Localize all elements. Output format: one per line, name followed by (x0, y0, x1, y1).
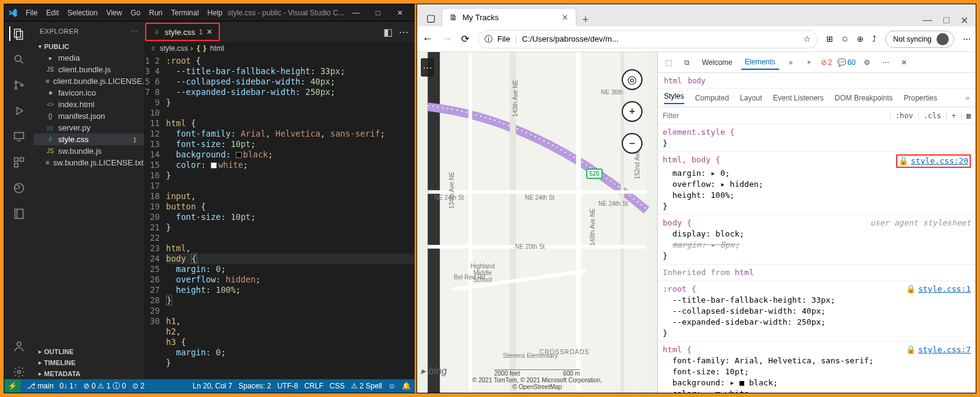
url-bar[interactable]: ⓘ File | C:/Users/pabrosse/dev/m... ☆ (478, 30, 818, 48)
split-editor-icon[interactable]: ◧ (383, 26, 393, 38)
cls-toggle[interactable]: .cls (918, 112, 946, 120)
file-client-bundle-js-LICENSE-txt[interactable]: ≡client.bundle.js.LICENSE.txt (34, 75, 144, 87)
locate-button[interactable]: ◎ (622, 69, 643, 90)
spaces[interactable]: Spaces: 2 (238, 382, 271, 390)
pane-styles[interactable]: Styles (664, 92, 684, 104)
tab-elements[interactable]: Elements (741, 55, 779, 70)
tab-close-icon[interactable]: ✕ (562, 13, 568, 22)
menu-file[interactable]: File (26, 9, 37, 17)
book-icon[interactable] (12, 206, 26, 221)
tab-close-icon[interactable]: ✕ (206, 28, 213, 36)
pane-dombp[interactable]: DOM Breakpoints (835, 94, 893, 102)
hov-toggle[interactable]: :hov (890, 112, 918, 120)
encoding[interactable]: UTF-8 (277, 382, 298, 390)
styles-rules[interactable]: element.style {}html, body {🔒 style.css:… (658, 124, 976, 393)
close-button[interactable]: ✕ (389, 9, 411, 17)
extensions-icon[interactable]: ⊞ (826, 34, 833, 43)
feedback-icon[interactable]: ☺ (388, 382, 396, 390)
pane-events[interactable]: Event Listeners (773, 94, 824, 102)
close-devtools-icon[interactable]: ✕ (897, 58, 911, 67)
pane-layout[interactable]: Layout (740, 94, 762, 102)
ports[interactable]: ⊙ 2 (132, 382, 145, 390)
cursor-pos[interactable]: Ln 20, Col 7 (193, 382, 233, 390)
eol[interactable]: CRLF (304, 382, 323, 390)
file-server-py[interactable]: pyserver.py (34, 122, 144, 134)
tab-welcome[interactable]: Welcome (698, 56, 736, 69)
more-tabs-icon[interactable]: » (784, 58, 797, 67)
gear-icon[interactable]: ⚙ (861, 58, 874, 67)
map-menu-icon[interactable]: ⋯ (421, 58, 434, 77)
favorites-icon[interactable]: ☆ (804, 34, 811, 43)
filter-input[interactable] (658, 112, 890, 120)
minimize-button[interactable]: — (922, 15, 932, 26)
menu-run[interactable]: Run (149, 9, 162, 17)
outline-section[interactable]: OUTLINE (34, 346, 144, 357)
problems[interactable]: ⊘ 0 ⚠ 1 ⓘ 0 (83, 381, 126, 391)
remote-indicator[interactable]: ⚡ (4, 379, 21, 393)
menu-edit[interactable]: Edit (46, 9, 59, 17)
info-icon[interactable]: ⓘ (484, 34, 492, 45)
inspect-icon[interactable]: ⬚ (662, 58, 675, 67)
bell-icon[interactable]: 🔔 (402, 382, 411, 390)
maximize-button[interactable]: □ (367, 9, 389, 17)
file-index-html[interactable]: <>index.html (34, 99, 144, 110)
folder-header[interactable]: PUBLIC (34, 41, 144, 52)
menu-go[interactable]: Go (130, 9, 140, 17)
pane-props[interactable]: Properties (904, 94, 938, 102)
layout-icon[interactable]: ▦ (961, 112, 976, 120)
timeline-section[interactable]: TIMELINE (34, 357, 144, 368)
file-client-bundle-js[interactable]: JSclient.bundle.js (34, 64, 144, 75)
file-sw-bundle-js[interactable]: JSsw.bundle.js (34, 145, 144, 157)
more-panes-icon[interactable]: » (965, 94, 970, 102)
breadcrumbs[interactable]: # style.css › ❴❵ html (144, 42, 415, 55)
dom-breadcrumb[interactable]: html body (658, 73, 976, 89)
menu-selection[interactable]: Selection (67, 9, 97, 17)
account-icon[interactable] (12, 339, 26, 354)
forward-button[interactable]: → (442, 32, 453, 45)
favorites-bar-icon[interactable]: ✩ (842, 34, 848, 43)
collections-icon[interactable]: ⊕ (857, 34, 864, 43)
share-icon[interactable]: ⤴ (872, 34, 876, 43)
zoom-in-button[interactable]: + (622, 101, 643, 122)
gear-icon[interactable] (12, 365, 26, 379)
pane-computed[interactable]: Computed (695, 94, 729, 102)
browser-tab[interactable]: 🗎 My Tracks ✕ (442, 8, 576, 26)
file-style-css[interactable]: #style.css1 (34, 134, 144, 145)
zoom-out-button[interactable]: − (622, 133, 643, 154)
more-icon[interactable]: ⋯ (879, 58, 892, 67)
file-favicon-ico[interactable]: ★favicon.ico (34, 87, 144, 99)
map-pane[interactable]: ⋯ 520 140th Ave NE 134th Ave NE 148th Av… (417, 52, 657, 393)
file-media[interactable]: ▸media (34, 52, 144, 64)
metadata-section[interactable]: METADATA (34, 368, 144, 379)
debug-icon[interactable] (12, 104, 26, 118)
spell[interactable]: ⚠ 2 Spell (351, 382, 382, 390)
menu-terminal[interactable]: Terminal (171, 9, 198, 17)
code-area[interactable]: 1 2 3 4 5 6 7 8 9 10 11 12 13 14 15 16 1… (144, 55, 415, 379)
sync-pill[interactable]: Not syncing (885, 31, 954, 48)
new-rule-icon[interactable]: + (946, 112, 961, 120)
more-icon[interactable]: ⋯ (963, 34, 971, 43)
reload-button[interactable]: ⟳ (461, 33, 469, 45)
sync[interactable]: 0↓ 1↑ (59, 382, 77, 390)
more-icon[interactable]: ⋯ (399, 26, 409, 38)
maximize-button[interactable]: □ (943, 15, 949, 26)
file-sw-bundle-js-LICENSE-txt[interactable]: ≡sw.bundle.js.LICENSE.txt (34, 157, 144, 168)
tab-actions-icon[interactable]: ▢ (420, 9, 442, 26)
minimize-button[interactable]: — (345, 9, 367, 17)
issue-count[interactable]: 💬 60 (837, 58, 856, 67)
device-icon[interactable]: ⧉ (680, 58, 693, 67)
explorer-icon[interactable] (9, 26, 26, 41)
error-count[interactable]: ⊘ 2 (821, 58, 832, 67)
lang[interactable]: CSS (330, 382, 345, 390)
back-button[interactable]: ← (422, 32, 433, 45)
branch[interactable]: ⎇ main (27, 382, 53, 390)
remote-icon[interactable] (12, 129, 26, 144)
file-manifest-json[interactable]: {}manifest.json (34, 110, 144, 122)
search-icon[interactable] (12, 52, 26, 67)
menu-help[interactable]: Help (208, 9, 223, 17)
new-tab-button[interactable]: + (576, 13, 595, 26)
close-button[interactable]: ✕ (960, 15, 968, 26)
tab-style-css[interactable]: # style.css 1 ✕ (145, 23, 220, 41)
plus-icon[interactable]: + (802, 58, 816, 67)
scm-icon[interactable] (12, 78, 26, 93)
